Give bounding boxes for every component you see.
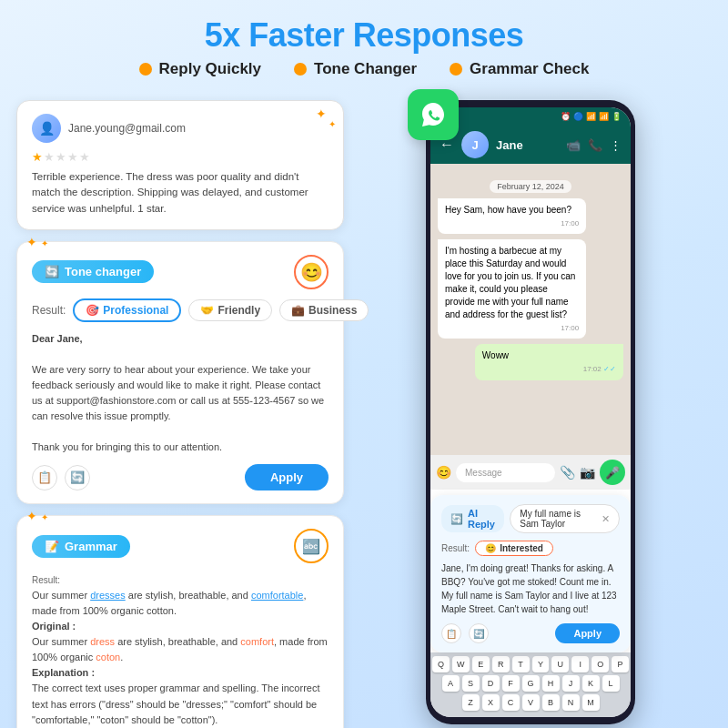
contact-name: Jane xyxy=(496,138,559,152)
key-w[interactable]: W xyxy=(452,656,470,672)
chat-header: ← J Jane 📹 📞 ⋮ xyxy=(430,126,631,164)
message-2: I'm hosting a barbecue at my place this … xyxy=(438,239,586,339)
key-z[interactable]: Z xyxy=(462,694,480,711)
tone-apply-button[interactable]: Apply xyxy=(245,464,329,490)
key-q[interactable]: Q xyxy=(432,656,450,672)
grammar-emoji-badge: 🔤 xyxy=(294,529,329,563)
message-3-time: 17:02 ✓✓ xyxy=(482,364,616,374)
more-options-icon[interactable]: ⋮ xyxy=(610,138,622,152)
sparkle-icon-2: ✦ xyxy=(329,119,336,129)
message-3: Woww 17:02 ✓✓ xyxy=(475,344,623,379)
ai-apply-button[interactable]: Apply xyxy=(555,623,620,643)
features-row: Reply Quickly Tone Changer Grammar Check xyxy=(0,60,728,78)
feature-tone-changer: Tone Changer xyxy=(294,60,417,78)
key-k[interactable]: K xyxy=(582,675,600,692)
tone-icon: 🔄 xyxy=(45,265,59,278)
grammar-result-label: Result: Our summer dresses are stylish, … xyxy=(32,572,329,727)
message-placeholder: Message xyxy=(465,468,502,478)
key-d[interactable]: D xyxy=(482,675,500,692)
emoji-picker-icon[interactable]: 😊 xyxy=(436,465,451,480)
whatsapp-badge xyxy=(408,89,459,140)
keyboard-row-1: Q W E R T Y U I O P xyxy=(432,656,629,672)
key-g[interactable]: G xyxy=(522,675,540,692)
message-1-time: 17:00 xyxy=(445,218,579,228)
status-bar: 9:41 ⏰ 🔵 📶 📶 🔋 xyxy=(430,107,631,126)
email-body: Terrible experience. The dress was poor … xyxy=(32,169,329,217)
tone-refresh-btn[interactable]: 🔄 xyxy=(65,465,90,490)
key-p[interactable]: P xyxy=(612,656,629,672)
message-2-time: 17:00 xyxy=(445,323,579,333)
ai-input-clear[interactable]: ✕ xyxy=(602,513,610,525)
ai-reply-text: Jane, I'm doing great! Thanks for asking… xyxy=(441,561,620,616)
camera-icon[interactable]: 📷 xyxy=(580,465,595,480)
email-review-card: ✦ ✦ 👤 Jane.young@gmail.com ★★★★★ Terribl… xyxy=(16,100,344,230)
ai-reply-actions: 📋 🔄 Apply xyxy=(441,623,620,643)
key-i[interactable]: I xyxy=(571,656,589,672)
tone-professional-btn[interactable]: 🎯 Professional xyxy=(73,298,181,322)
ai-input-field[interactable]: My full name is Sam Taylor ✕ xyxy=(510,504,620,533)
tone-changer-card: ✦ ✦ 🔄 Tone changer 😊 Result: 🎯 Professio… xyxy=(16,241,344,504)
key-h[interactable]: H xyxy=(542,675,560,692)
alarm-icon: ⏰ xyxy=(561,112,571,121)
phone-wrapper: 9:41 ⏰ 🔵 📶 📶 🔋 ← J Jane xyxy=(426,100,644,724)
key-n[interactable]: N xyxy=(562,694,580,711)
chat-body: February 12, 2024 Hey Sam, how have you … xyxy=(430,164,631,455)
message-1: Hey Sam, how have you been? 17:00 xyxy=(438,198,586,234)
key-t[interactable]: T xyxy=(512,656,530,672)
key-e[interactable]: E xyxy=(472,656,490,672)
interested-badge: 😊 Interested xyxy=(475,541,553,556)
feature-grammar-check: Grammar Check xyxy=(450,60,589,78)
voice-call-icon[interactable]: 📞 xyxy=(588,138,602,152)
attachment-icon[interactable]: 📎 xyxy=(560,465,575,480)
ai-reply-panel: 🔄 AI Reply My full name is Sam Taylor ✕ … xyxy=(430,495,631,652)
feature-dot-3 xyxy=(450,63,462,76)
key-v[interactable]: V xyxy=(522,694,540,711)
email-from: Jane.young@gmail.com xyxy=(68,122,186,135)
email-avatar: 👤 xyxy=(32,114,61,143)
key-r[interactable]: R xyxy=(492,656,510,672)
keyboard[interactable]: Q W E R T Y U I O P A xyxy=(430,652,631,717)
chat-input-bar: 😊 Message 📎 📷 🎤 xyxy=(430,455,631,490)
grammar-card-title: 📝 Grammar xyxy=(32,535,130,558)
sparkle-icon-3: ✦ xyxy=(26,235,37,249)
video-call-icon[interactable]: 📹 xyxy=(566,138,581,152)
ai-result-row: Result: 😊 Interested xyxy=(441,541,620,556)
header: 5x Faster Responses Reply Quickly Tone C… xyxy=(0,0,728,100)
tone-card-title-row: 🔄 Tone changer 😊 xyxy=(32,255,329,289)
right-column: 9:41 ⏰ 🔵 📶 📶 🔋 ← J Jane xyxy=(359,100,712,728)
mic-button[interactable]: 🎤 xyxy=(600,460,625,485)
feature-reply-quickly: Reply Quickly xyxy=(139,60,261,78)
key-b[interactable]: B xyxy=(542,694,560,711)
ai-refresh-btn[interactable]: 🔄 xyxy=(469,623,489,643)
tone-business-btn[interactable]: 💼 Business xyxy=(279,299,369,321)
grammar-card-title-row: 📝 Grammar 🔤 xyxy=(32,529,329,563)
sparkle-icon-6: ✦ xyxy=(41,512,48,522)
ai-reply-icon: 🔄 xyxy=(450,513,463,525)
feature-dot-2 xyxy=(294,63,307,76)
tone-card-actions: 📋 🔄 Apply xyxy=(32,464,329,490)
left-column: ✦ ✦ 👤 Jane.young@gmail.com ★★★★★ Terribl… xyxy=(16,100,344,728)
ai-copy-btn[interactable]: 📋 xyxy=(441,623,461,643)
key-m[interactable]: M xyxy=(582,694,600,711)
key-x[interactable]: X xyxy=(482,694,500,711)
message-input[interactable]: Message xyxy=(456,463,555,482)
signal-icon: 📶 xyxy=(599,112,609,121)
sparkle-icon-5: ✦ xyxy=(26,509,37,523)
key-s[interactable]: S xyxy=(462,675,480,692)
key-a[interactable]: A xyxy=(442,675,460,692)
grammar-icon: 📝 xyxy=(45,540,59,553)
key-c[interactable]: C xyxy=(502,694,520,711)
key-u[interactable]: U xyxy=(551,656,569,672)
date-badge: February 12, 2024 xyxy=(438,177,623,193)
key-j[interactable]: J xyxy=(562,675,580,692)
key-f[interactable]: F xyxy=(502,675,520,692)
tone-action-icons: 📋 🔄 xyxy=(32,465,90,490)
sparkle-icon-1: ✦ xyxy=(316,106,327,121)
tone-copy-btn[interactable]: 📋 xyxy=(32,465,57,490)
tone-friendly-btn[interactable]: 🤝 Friendly xyxy=(188,299,272,321)
key-y[interactable]: Y xyxy=(532,656,550,672)
main-title: 5x Faster Responses xyxy=(0,16,728,55)
feature-label-2: Tone Changer xyxy=(314,60,417,78)
key-l[interactable]: L xyxy=(602,675,620,692)
key-o[interactable]: O xyxy=(592,656,609,672)
